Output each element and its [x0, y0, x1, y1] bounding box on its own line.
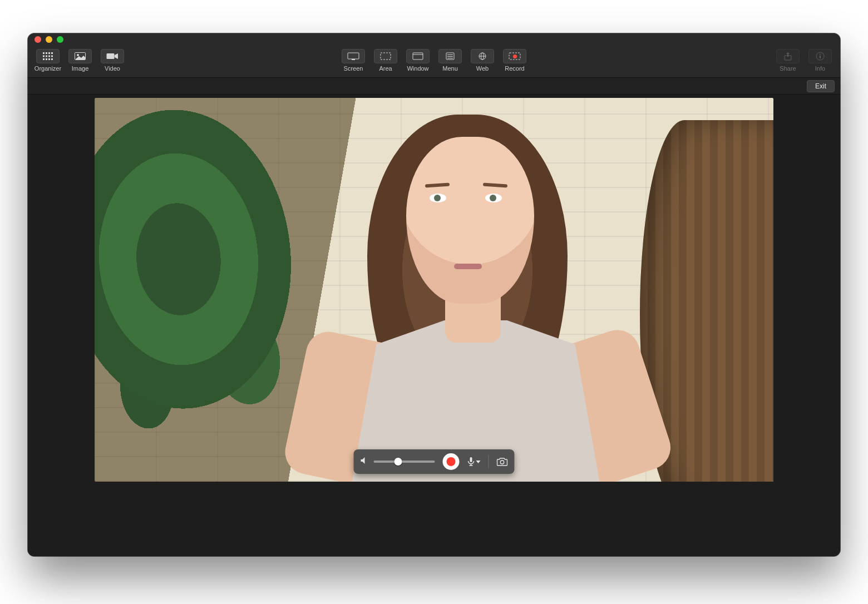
- screen-icon: [342, 49, 365, 63]
- record-label: Record: [505, 65, 524, 72]
- divider: [489, 455, 489, 468]
- stage: [28, 95, 840, 556]
- svg-point-35: [500, 461, 504, 464]
- capture-screen-button[interactable]: Screen: [339, 49, 368, 72]
- svg-rect-14: [107, 53, 115, 59]
- capture-window-button[interactable]: Window: [403, 49, 432, 72]
- svg-rect-31: [820, 56, 821, 58]
- record-button-toolbar[interactable]: Record: [500, 49, 529, 72]
- subtoolbar: Exit: [28, 78, 840, 95]
- capture-window-label: Window: [407, 65, 428, 72]
- svg-point-30: [820, 54, 821, 55]
- svg-rect-9: [46, 58, 47, 60]
- chevron-down-icon: [476, 461, 481, 463]
- svg-rect-5: [46, 56, 47, 57]
- window-maximize-button[interactable]: [57, 36, 63, 43]
- webcam-preview: [95, 98, 773, 482]
- capture-area-label: Area: [379, 65, 392, 72]
- svg-rect-15: [348, 53, 359, 59]
- window-icon: [406, 49, 430, 63]
- svg-rect-11: [51, 58, 53, 60]
- camera-icon: [497, 457, 508, 466]
- recording-controls: [354, 449, 515, 474]
- svg-rect-18: [413, 53, 423, 60]
- svg-rect-8: [43, 58, 45, 60]
- capture-web-label: Web: [476, 65, 489, 72]
- exit-button[interactable]: Exit: [807, 80, 835, 92]
- toolbar-group-right: Share Info: [773, 49, 835, 72]
- svg-rect-4: [43, 56, 45, 57]
- image-icon: [68, 49, 92, 63]
- microphone-menu-button[interactable]: [467, 457, 481, 467]
- share-label: Share: [780, 65, 796, 72]
- organizer-label: Organizer: [34, 65, 61, 72]
- image-button[interactable]: Image: [66, 49, 95, 72]
- area-icon: [374, 49, 397, 63]
- grid-icon: [36, 49, 60, 63]
- window-close-button[interactable]: [34, 36, 41, 43]
- snapshot-button[interactable]: [497, 457, 508, 466]
- svg-rect-2: [48, 52, 50, 54]
- window-minimize-button[interactable]: [46, 36, 52, 43]
- volume-icon: [361, 457, 369, 467]
- app-window: Organizer Image Video Screen: [28, 33, 840, 556]
- info-label: Info: [815, 65, 825, 72]
- webcam-scene-illustration: [95, 98, 773, 482]
- image-label: Image: [72, 65, 89, 72]
- volume-control[interactable]: [361, 457, 435, 467]
- svg-rect-0: [43, 52, 45, 54]
- volume-thumb[interactable]: [394, 458, 402, 466]
- svg-rect-6: [48, 56, 50, 57]
- toolbar-group-center: Screen Area Window Menu: [339, 49, 529, 72]
- main-toolbar: Organizer Image Video Screen: [28, 46, 840, 78]
- web-icon: [471, 49, 494, 63]
- menu-icon: [438, 49, 462, 63]
- svg-point-13: [77, 54, 79, 56]
- svg-rect-3: [51, 52, 53, 54]
- microphone-icon: [467, 457, 475, 467]
- svg-rect-16: [352, 59, 355, 60]
- exit-label: Exit: [815, 82, 826, 90]
- capture-menu-label: Menu: [442, 65, 458, 72]
- organizer-button[interactable]: Organizer: [33, 49, 62, 72]
- capture-web-button[interactable]: Web: [468, 49, 497, 72]
- svg-rect-1: [46, 52, 47, 54]
- svg-rect-32: [470, 457, 472, 462]
- start-record-button[interactable]: [443, 453, 460, 470]
- svg-rect-17: [381, 53, 391, 60]
- video-button[interactable]: Video: [98, 49, 127, 72]
- titlebar: [28, 33, 840, 46]
- info-button: Info: [806, 49, 835, 72]
- capture-menu-button[interactable]: Menu: [436, 49, 465, 72]
- volume-slider[interactable]: [374, 461, 435, 463]
- share-icon: [776, 49, 800, 63]
- toolbar-group-left: Organizer Image Video: [33, 49, 127, 72]
- share-button: Share: [773, 49, 802, 72]
- capture-area-button[interactable]: Area: [371, 49, 400, 72]
- info-icon: [808, 49, 832, 63]
- record-dot-icon: [447, 457, 456, 466]
- record-icon: [503, 49, 526, 63]
- video-icon: [101, 49, 124, 63]
- svg-rect-10: [48, 58, 50, 60]
- video-label: Video: [105, 65, 120, 72]
- svg-rect-7: [51, 56, 53, 57]
- capture-screen-label: Screen: [344, 65, 363, 72]
